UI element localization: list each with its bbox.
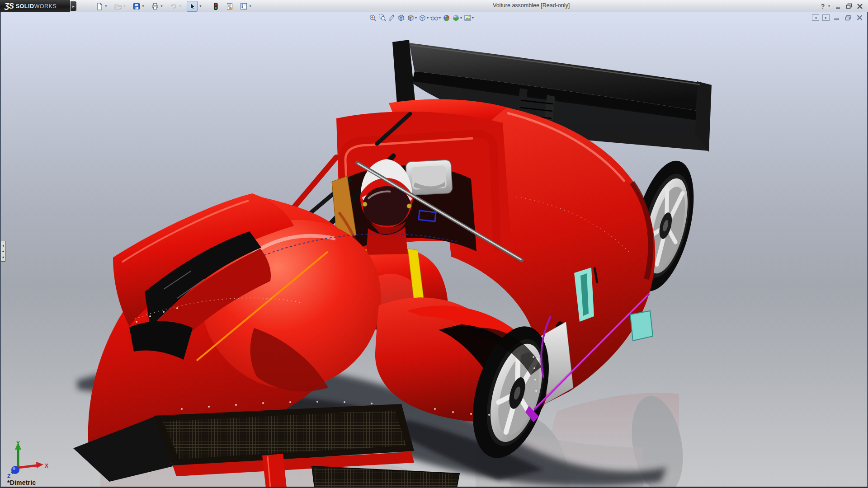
main-toolbar: ▾ ▾ ▾ ▾ ▾ ▾ ▾ [94,0,254,12]
options-dropdown-arrow[interactable]: ▾ [248,4,252,8]
new-dropdown-arrow[interactable]: ▾ [104,4,108,8]
title-bar: ƷS SOLIDWORKS ▸ ▾ ▾ ▾ ▾ ▾ ▾ [0,0,868,12]
document-close-icon [857,15,863,20]
undo-dropdown-arrow[interactable]: ▾ [178,4,182,8]
zoom-to-area-icon [378,14,386,22]
window-title: Voiture assomblee [Read-only] [493,2,570,9]
view-orientation-button[interactable]: ▾ [406,14,418,22]
triad-y-label: Y [16,440,20,446]
hide-show-items-button[interactable]: ▾ [429,14,442,22]
display-style-button[interactable]: ▾ [418,14,429,22]
solidworks-logo: ƷS SOLIDWORKS [0,0,70,12]
view-settings-button[interactable]: ▾ [463,14,475,22]
open-button[interactable]: ▾ [113,1,128,12]
section-view-button[interactable] [387,14,396,22]
panel-collapse-arrow: ◂ [2,244,4,247]
new-button[interactable]: ▾ [94,1,109,12]
rebuild-traffic-light-icon [212,2,220,10]
reference-triad: Y X Z [4,440,51,479]
view-orientation-label: *Dimetric [7,479,36,486]
document-minimize-button[interactable] [833,14,841,21]
display-style-icon [419,14,426,22]
triad-x-label: X [45,463,48,469]
new-document-icon [95,2,104,10]
document-restore-icon [845,15,851,21]
view-orientation-icon [407,14,415,22]
feature-panel-tab[interactable]: ◂ ◂ ◂ [1,241,5,262]
solidworks-logo-text: SOLIDWORKS [16,3,57,9]
print-button[interactable]: ▾ [150,1,165,12]
next-pane-button[interactable]: ▸ [822,14,830,21]
document-minimize-icon [834,15,840,20]
document-restore-button[interactable] [844,14,852,21]
select-dropdown[interactable]: ▾ [198,1,204,12]
select-cursor-icon [188,2,196,10]
minimize-button[interactable] [833,1,844,11]
options-checklist-icon [240,2,248,10]
open-dropdown-arrow[interactable]: ▾ [123,4,127,8]
select-dropdown-arrow[interactable]: ▾ [198,4,203,8]
view-settings-icon [464,14,472,22]
zoom-to-fit-button[interactable] [368,14,377,22]
minimize-icon [835,4,841,9]
save-floppy-icon [132,2,141,10]
section-view-icon [388,14,396,22]
view-settings-dropdown-arrow[interactable]: ▾ [472,16,474,20]
triad-z-label: Z [7,473,10,479]
3d-drawing-view-icon [397,14,405,22]
restore-button[interactable] [844,1,854,11]
intake-box [406,160,453,195]
hide-show-items-icon [430,14,439,22]
undo-icon [170,2,178,10]
document-close-button[interactable] [855,14,863,21]
select-button[interactable] [187,1,198,12]
panel-collapse-arrow: ◂ [2,250,4,253]
undo-button[interactable]: ▾ [168,1,184,12]
file-properties-button[interactable] [224,1,235,12]
panel-collapse-arrow: ◂ [2,256,4,258]
menu-expand-arrow[interactable]: ▸ [71,1,76,11]
hide-show-items-dropdown-arrow[interactable]: ▾ [439,16,441,20]
heads-up-view-toolbar: ▾ ▾ ▾ ▾ ▾ [368,13,475,22]
options-button[interactable]: ▾ [238,1,254,12]
view-orientation-dropdown-arrow[interactable]: ▾ [415,16,417,20]
save-dropdown-arrow[interactable]: ▾ [141,4,145,8]
close-button[interactable] [854,1,865,11]
restore-icon [846,3,853,9]
car-3d-model [1,12,868,488]
graphics-viewport[interactable]: ▾ ▾ ▾ ▾ ▾ ◂ ▸ [0,12,868,488]
3d-drawing-view-button[interactable] [396,14,406,22]
edit-appearance-icon [443,14,450,22]
zoom-to-fit-icon [369,14,377,22]
zoom-to-area-button[interactable] [377,14,387,22]
window-controls: ? ▾ [817,0,865,12]
save-button[interactable]: ▾ [131,1,146,12]
file-properties-icon [226,2,234,10]
rebuild-button[interactable] [210,1,221,12]
solidworks-logo-mark: ƷS [5,2,14,11]
apply-scene-dropdown-arrow[interactable]: ▾ [460,16,462,20]
apply-scene-icon [452,14,460,22]
document-window-controls: ◂ ▸ [812,14,863,21]
display-style-dropdown-arrow[interactable]: ▾ [427,16,429,20]
help-button[interactable]: ? [817,1,828,11]
side-panel-teal [630,311,653,341]
previous-pane-button[interactable]: ◂ [812,14,819,21]
print-dropdown-arrow[interactable]: ▾ [160,4,164,8]
open-folder-icon [114,2,122,10]
help-dropdown-arrow[interactable]: ▾ [828,4,833,8]
edit-appearance-button[interactable] [442,14,451,22]
close-icon [857,4,863,9]
apply-scene-button[interactable]: ▾ [451,14,463,22]
print-icon [151,2,159,10]
